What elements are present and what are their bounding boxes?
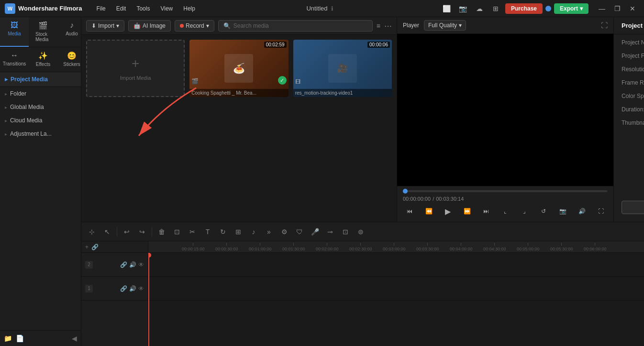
export-button[interactable]: Export ▾: [554, 3, 588, 14]
window-controls: — ❐ ✕: [595, 2, 639, 15]
progress-thumb[interactable]: [403, 189, 408, 194]
media-item-motion[interactable]: 🎥 00:00:06 🎞 res_motion-tracking-video1: [293, 40, 392, 97]
more-options-icon[interactable]: ⋯: [384, 22, 392, 31]
record-button[interactable]: Record ▾: [175, 20, 214, 32]
new-project-button[interactable]: 📄: [16, 335, 24, 342]
collapse-sidebar-button[interactable]: ◀: [72, 335, 77, 342]
prev-frame-icon[interactable]: ⏪: [422, 205, 435, 218]
mark-out-icon[interactable]: ⌟: [518, 205, 531, 218]
sidebar-item-adjustment[interactable]: ▸ Adjustment La...: [0, 127, 81, 141]
skip-back-icon[interactable]: ⏮: [403, 205, 416, 218]
track-1-link-icon[interactable]: 🔗: [120, 285, 127, 292]
tab-media[interactable]: 🖼 Media: [0, 17, 29, 47]
loop-icon[interactable]: ↺: [537, 205, 550, 218]
ai-image-button[interactable]: 🤖 AI Image: [128, 20, 171, 32]
total-time: 00:03:30:14: [436, 196, 464, 202]
thumb-cooking-visual: 🍝: [224, 54, 253, 83]
sidebar-item-project-media[interactable]: ▸ Project Media: [0, 72, 81, 87]
redo-button[interactable]: ↪: [136, 226, 148, 238]
tab-effects[interactable]: ✨ Effects: [29, 47, 57, 72]
split-tool[interactable]: ✂: [187, 226, 198, 238]
media-item-cooking[interactable]: 🍝 00:02:59 🎬 ✓ Cooking Spaghetti _ Mr. B…: [189, 40, 288, 97]
play-button[interactable]: ▶: [441, 205, 455, 218]
track-2-visible-icon[interactable]: 👁: [138, 261, 144, 268]
track-1-visible-icon[interactable]: 👁: [138, 285, 144, 292]
menu-tools[interactable]: Tools: [132, 3, 155, 14]
tab-stock-media[interactable]: 🎬 Stock Media: [29, 17, 57, 47]
add-video-track-button[interactable]: +: [85, 244, 89, 250]
volume-icon[interactable]: 🔊: [575, 205, 588, 218]
tab-transitions[interactable]: ↔ Transitions: [0, 47, 29, 72]
ruler-mark: 00:01:30:00: [282, 243, 305, 251]
filter-icon[interactable]: ≡: [377, 22, 380, 30]
undo-button[interactable]: ↩: [121, 226, 133, 238]
player-canvas: [397, 34, 613, 186]
info-row-name: Project Name: Untitled: [622, 39, 644, 46]
grid-icon[interactable]: ⊞: [489, 2, 502, 15]
progress-bar[interactable]: [403, 190, 608, 192]
text-tool[interactable]: T: [202, 226, 213, 238]
import-chevron-icon: ▾: [116, 22, 119, 29]
mic-tool[interactable]: 🎤: [309, 226, 321, 238]
expand-icon[interactable]: ⛶: [594, 205, 608, 218]
ai-scene-tool[interactable]: ⊚: [355, 226, 366, 238]
settings-tool[interactable]: ⚙: [278, 226, 290, 238]
snap-tool[interactable]: ⊸: [324, 226, 336, 238]
mark-in-icon[interactable]: ⌞: [499, 205, 512, 218]
timeline-tracks-header: + 🔗 2 🔗 🔊 👁 1 🔗: [81, 241, 148, 346]
pointer-tool[interactable]: ↖: [101, 226, 113, 238]
close-button[interactable]: ✕: [626, 2, 639, 15]
player-panel: Player Full Quality ▾ ⛶: [397, 17, 613, 222]
timeline-content: + 🔗 2 🔗 🔊 👁 1 🔗: [81, 241, 644, 346]
menu-file[interactable]: File: [91, 3, 110, 14]
add-folder-button[interactable]: 📁: [4, 335, 12, 342]
menu-help[interactable]: Help: [178, 3, 200, 14]
audio-tool[interactable]: ♪: [248, 226, 259, 238]
sidebar-item-folder[interactable]: ▸ Folder: [0, 87, 81, 100]
playhead[interactable]: [148, 253, 149, 346]
delete-tool[interactable]: 🗑: [156, 226, 167, 238]
track-row-1: [148, 277, 644, 301]
track-2-link-icon[interactable]: 🔗: [120, 261, 127, 268]
search-bar[interactable]: 🔍 Search media: [218, 20, 373, 32]
sidebar-nav: ▸ Project Media ▸ Folder ▸ Global Media …: [0, 72, 81, 141]
monitor-icon[interactable]: ⬜: [440, 2, 454, 15]
cloud-icon[interactable]: ☁: [473, 2, 486, 15]
marker-tool[interactable]: ⊡: [340, 226, 351, 238]
camera-icon[interactable]: 📷: [456, 2, 470, 15]
ruler-mark: 00:00:30:00: [215, 243, 238, 251]
menu-view[interactable]: View: [155, 3, 178, 14]
import-media-placeholder[interactable]: + Import Media: [86, 40, 185, 97]
media-check-icon-cooking: ✓: [278, 76, 287, 85]
user-avatar: [545, 6, 551, 11]
select-tool[interactable]: ⊹: [86, 226, 98, 238]
import-button[interactable]: ⬇ Import ▾: [86, 20, 124, 32]
media-duration-motion: 00:00:06: [367, 42, 390, 48]
add-audio-track-button[interactable]: 🔗: [91, 244, 99, 250]
edit-project-button[interactable]: Edit: [622, 201, 644, 214]
sidebar-item-cloud-media[interactable]: ▸ Cloud Media: [0, 114, 81, 127]
minimize-button[interactable]: —: [595, 2, 609, 15]
fullscreen-icon[interactable]: ⛶: [601, 22, 608, 29]
skip-forward-icon[interactable]: ⏭: [479, 205, 493, 218]
sidebar-item-global-media[interactable]: ▸ Global Media: [0, 100, 81, 114]
shield-tool[interactable]: 🛡: [294, 226, 305, 238]
media-name-cooking: Cooking Spaghetti _ Mr. Bea...: [189, 89, 288, 97]
timeline: ⊹ ↖ ↩ ↪ 🗑 ⊡ ✂ T ↻ ⊞ ♪ » ⚙ 🛡 🎤 ⊸ ⊡ ⊚: [81, 222, 644, 346]
toolbar-separator-1: [117, 227, 117, 237]
snapshot-icon[interactable]: 📷: [556, 205, 569, 218]
track-2-mute-icon[interactable]: 🔊: [129, 261, 136, 268]
more-tools-icon[interactable]: »: [263, 226, 275, 238]
transform-tool[interactable]: ⊞: [233, 226, 244, 238]
project-info-title: Project Info: [622, 22, 644, 29]
crop-tool[interactable]: ⊡: [171, 226, 183, 238]
player-header-actions: ⛶: [601, 22, 608, 29]
maximize-button[interactable]: ❐: [611, 2, 624, 15]
menu-edit[interactable]: Edit: [111, 3, 131, 14]
quality-selector[interactable]: Full Quality ▾: [424, 20, 466, 31]
track-1-mute-icon[interactable]: 🔊: [129, 285, 136, 292]
rotate-tool[interactable]: ↻: [217, 226, 229, 238]
purchase-button[interactable]: Purchase: [505, 3, 543, 14]
next-frame-icon[interactable]: ⏩: [460, 205, 474, 218]
ruler-mark: 00:03:00:00: [383, 243, 406, 251]
